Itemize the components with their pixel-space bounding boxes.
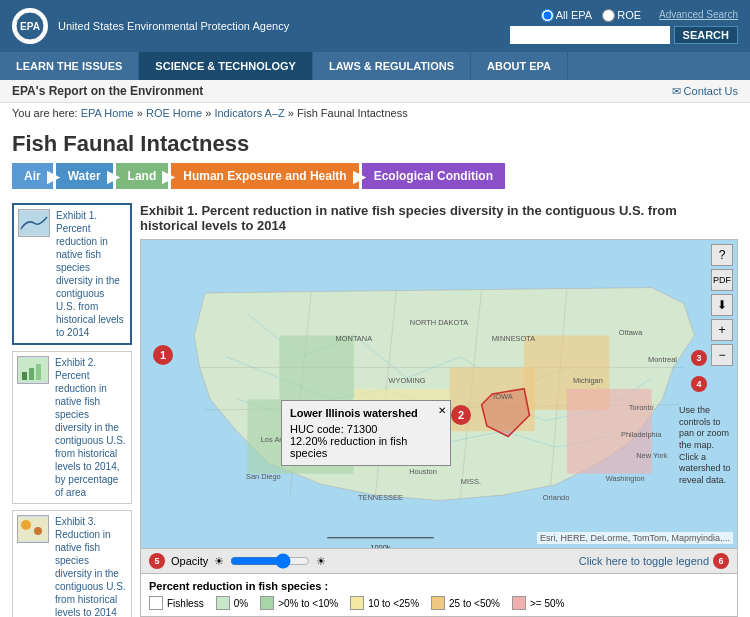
breadcrumb-roe-home[interactable]: ROE Home (146, 107, 202, 119)
sidebar-exhibit-2[interactable]: Exhibit 2. Percent reduction in native f… (12, 351, 132, 504)
nav-laws-regulations[interactable]: LAWS & REGULATIONS (313, 52, 471, 80)
search-input[interactable] (510, 26, 670, 44)
svg-text:TENNESSEE: TENNESSEE (358, 493, 403, 502)
epa-logo-icon: EPA (12, 8, 48, 44)
svg-text:NORTH DAKOTA: NORTH DAKOTA (410, 318, 468, 327)
sidebar-exhibit-1[interactable]: Exhibit 1. Percent reduction in native f… (12, 203, 132, 345)
header: EPA United States Environmental Protecti… (0, 0, 750, 52)
tooltip-reduction: 12.20% reduction in fish species (290, 435, 442, 459)
svg-text:MINNESOTA: MINNESOTA (492, 334, 536, 343)
legend-fishless: Fishless (149, 596, 204, 610)
exhibit-title: Exhibit 1. Percent reduction in native f… (140, 203, 738, 233)
sidebar: Exhibit 1. Percent reduction in native f… (12, 203, 132, 617)
zoom-in-button[interactable]: + (711, 319, 733, 341)
zoom-out-button[interactable]: − (711, 344, 733, 366)
svg-text:New York: New York (636, 451, 668, 460)
tooltip-title: Lower Illinois watershed (290, 407, 442, 419)
svg-text:IOWA: IOWA (493, 392, 513, 401)
topic-air[interactable]: Air (12, 163, 53, 189)
svg-text:Michigan: Michigan (573, 376, 603, 385)
advanced-search-link[interactable]: Advanced Search (659, 9, 738, 22)
email-icon: ✉ (672, 85, 681, 98)
svg-text:Orlando: Orlando (543, 493, 569, 502)
report-title: EPA's Report on the Environment (12, 84, 203, 98)
legend-0pct-color (216, 596, 230, 610)
legend-lt10pct: >0% to <10% (260, 596, 338, 610)
opacity-icon: ☀ (214, 555, 224, 568)
radio-all-epa[interactable]: All EPA (541, 9, 592, 22)
svg-text:Houston: Houston (409, 467, 437, 476)
pdf-button[interactable]: PDF (711, 269, 733, 291)
exhibit-3-thumb (17, 515, 49, 543)
esri-credit: Esri, HERE, DeLorme, TomTom, Mapmyindia,… (537, 532, 733, 544)
breadcrumb-bar: EPA's Report on the Environment ✉ Contac… (0, 80, 750, 103)
legend-title: Percent reduction in fish species : (149, 580, 729, 592)
breadcrumb-indicators[interactable]: Indicators A–Z (214, 107, 284, 119)
svg-text:Montreal: Montreal (648, 355, 677, 364)
search-bar: SEARCH (510, 26, 738, 44)
svg-text:Philadelphia: Philadelphia (621, 430, 662, 439)
legend-0pct: 0% (216, 596, 248, 610)
svg-text:MISS.: MISS. (461, 477, 481, 486)
exhibit-1-label: Exhibit 1. Percent reduction in native f… (56, 209, 126, 339)
radio-roe[interactable]: ROE (602, 9, 641, 22)
topic-eco[interactable]: Ecological Condition (362, 163, 505, 189)
legend-lt10pct-color (260, 596, 274, 610)
svg-rect-4 (22, 372, 27, 380)
legend-50pct: 25 to <50% (431, 596, 500, 610)
nav-learn-issues[interactable]: LEARN THE ISSUES (0, 52, 139, 80)
breadcrumb-epa-home[interactable]: EPA Home (81, 107, 134, 119)
legend-25pct: 10 to <25% (350, 596, 419, 610)
toggle-legend-link[interactable]: Click here to toggle legend (579, 555, 709, 567)
nav-about-epa[interactable]: ABOUT EPA (471, 52, 568, 80)
opacity-slider[interactable] (230, 556, 310, 566)
opacity-control: 5 Opacity ☀ ☀ (149, 553, 326, 569)
legend-fishless-color (149, 596, 163, 610)
marker-2[interactable]: 2 (451, 405, 471, 425)
header-right: All EPA ROE Advanced Search SEARCH (510, 9, 738, 44)
download-button[interactable]: ⬇ (711, 294, 733, 316)
svg-rect-21 (279, 335, 354, 399)
map-outer: NORTH DAKOTA MONTANA MINNESOTA WYOMING I… (140, 239, 738, 617)
svg-rect-7 (18, 517, 48, 541)
exhibit-2-thumb (17, 356, 49, 384)
topic-land[interactable]: Land (116, 163, 169, 189)
svg-text:1000k: 1000k (370, 543, 391, 548)
svg-rect-6 (36, 364, 41, 380)
radio-group: All EPA ROE Advanced Search (541, 9, 738, 22)
breadcrumb-current: Fish Faunal Intactness (297, 107, 408, 119)
opacity-label: Opacity (171, 555, 208, 567)
sidebar-exhibit-3[interactable]: Exhibit 3. Reduction in native fish spec… (12, 510, 132, 617)
contact-us-link[interactable]: ✉ Contact Us (672, 85, 738, 98)
agency-name: United States Environmental Protection A… (58, 20, 289, 32)
legend-ge50pct-color (512, 596, 526, 610)
svg-text:EPA: EPA (20, 21, 40, 32)
topic-bar: Air Water Land Human Exposure and Health… (0, 163, 750, 195)
tooltip-huc: HUC code: 71300 (290, 423, 442, 435)
tooltip-close-button[interactable]: ✕ (438, 405, 446, 416)
map-wrapper[interactable]: NORTH DAKOTA MONTANA MINNESOTA WYOMING I… (140, 239, 738, 549)
topic-health[interactable]: Human Exposure and Health (171, 163, 358, 189)
opacity-sun-icon: ☀ (316, 555, 326, 568)
topic-water[interactable]: Water (56, 163, 113, 189)
breadcrumb: You are here: EPA Home » ROE Home » Indi… (0, 103, 750, 123)
search-button[interactable]: SEARCH (674, 26, 738, 44)
legend-ge50pct: >= 50% (512, 596, 564, 610)
help-button[interactable]: ? (711, 244, 733, 266)
main-content: Exhibit 1. Percent reduction in native f… (0, 195, 750, 617)
tip-text: Use the controls to pan or zoom the map.… (679, 405, 733, 487)
marker-1[interactable]: 1 (153, 345, 173, 365)
legend-50pct-color (431, 596, 445, 610)
legend: Percent reduction in fish species : Fish… (140, 574, 738, 617)
nav-science-technology[interactable]: SCIENCE & TECHNOLOGY (139, 52, 313, 80)
map-svg: NORTH DAKOTA MONTANA MINNESOTA WYOMING I… (141, 240, 737, 548)
page-title: Fish Faunal Intactness (0, 123, 750, 163)
svg-text:MONTANA: MONTANA (336, 334, 373, 343)
exhibit-2-label: Exhibit 2. Percent reduction in native f… (55, 356, 127, 499)
svg-text:Washington: Washington (606, 474, 645, 483)
exhibit-1-thumb (18, 209, 50, 237)
map-controls: ? PDF ⬇ + − (711, 244, 733, 366)
svg-point-9 (34, 527, 42, 535)
svg-text:Ottawa: Ottawa (619, 328, 643, 337)
badge-6: 6 (713, 553, 729, 569)
